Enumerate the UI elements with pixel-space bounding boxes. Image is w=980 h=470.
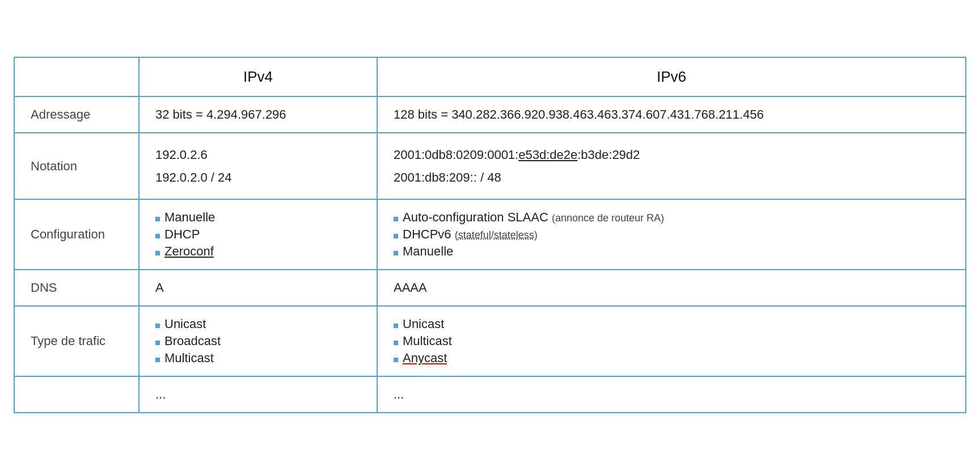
list-item: Unicast [155, 317, 361, 331]
notation-ipv4-line1: 192.0.2.6 [155, 144, 361, 166]
notation-ipv4: 192.0.2.6 192.0.2.0 / 24 [139, 133, 377, 199]
notation-ipv6-suffix: :b3de:29d2 [577, 148, 640, 162]
notation-row: Notation 192.0.2.6 192.0.2.0 / 24 2001:0… [14, 133, 966, 199]
list-item: Unicast [394, 317, 949, 331]
extra-ipv6: ... [377, 376, 966, 413]
dns-label: DNS [14, 270, 139, 306]
notation-ipv4-line2: 192.0.2.0 / 24 [155, 166, 361, 189]
type-de-trafic-row: Type de trafic Unicast Broadcast [14, 306, 966, 376]
list-item: Manuelle [394, 244, 949, 259]
header-ipv6-col: IPv6 [377, 57, 966, 96]
config-ipv6-item2-annotation: (stateful/stateless) [455, 229, 538, 241]
list-item: Multicast [394, 334, 949, 349]
notation-label: Notation [14, 133, 139, 199]
list-item: Multicast [155, 351, 361, 366]
bullet-icon [155, 234, 160, 238]
bullet-icon [394, 251, 398, 255]
bullet-icon [155, 341, 160, 345]
config-ipv6-item1-annotation: (annonce de routeur RA) [552, 212, 664, 224]
bullet-icon [155, 324, 160, 328]
bullet-icon [394, 324, 398, 328]
list-item: DHCPv6 (stateful/stateless) [394, 227, 949, 242]
config-ipv4-item2: DHCP [164, 227, 200, 242]
bullet-icon [155, 358, 160, 362]
dns-row: DNS A AAAA [14, 270, 966, 306]
extra-label [14, 376, 139, 413]
configuration-row: Configuration Manuelle DHCP [14, 199, 966, 270]
list-item: DHCP [155, 227, 361, 242]
notation-ipv6-line2: 2001:db8:209:: / 48 [394, 166, 949, 189]
notation-ipv6-line1: 2001:0db8:0209:0001:e53d:de2e:b3de:29d2 [394, 144, 949, 166]
dns-ipv4: A [139, 270, 377, 306]
trafic-ipv4-item1: Unicast [164, 317, 206, 331]
type-de-trafic-ipv4-list: Unicast Broadcast Multicast [155, 317, 361, 366]
configuration-label: Configuration [14, 199, 139, 270]
extra-row: ... ... [14, 376, 966, 413]
config-ipv4-item3: Zeroconf [164, 244, 214, 259]
configuration-ipv4-list: Manuelle DHCP Zeroconf [155, 210, 361, 259]
trafic-ipv6-item1: Unicast [403, 317, 444, 331]
trafic-ipv4-item3: Multicast [164, 351, 214, 366]
list-item: Broadcast [155, 334, 361, 349]
comparison-table-wrapper: IPv4 IPv6 Adressage 32 bits = 4.294.967.… [14, 57, 966, 413]
config-ipv6-item1: Auto-configuration SLAAC (annonce de rou… [403, 210, 664, 225]
type-de-trafic-ipv6-list: Unicast Multicast Anycast [394, 317, 949, 366]
bullet-icon [394, 341, 398, 345]
type-de-trafic-ipv4: Unicast Broadcast Multicast [139, 306, 377, 376]
notation-ipv6-underline: e53d:de2e [518, 148, 577, 162]
list-item: Auto-configuration SLAAC (annonce de rou… [394, 210, 949, 225]
ipv4-ipv6-comparison-table: IPv4 IPv6 Adressage 32 bits = 4.294.967.… [14, 57, 966, 413]
list-item: Anycast [394, 351, 949, 366]
config-ipv4-item1: Manuelle [164, 210, 215, 225]
bullet-icon [155, 251, 160, 255]
configuration-ipv6-list: Auto-configuration SLAAC (annonce de rou… [394, 210, 949, 259]
trafic-ipv4-item2: Broadcast [164, 334, 221, 349]
type-de-trafic-ipv6: Unicast Multicast Anycast [377, 306, 966, 376]
bullet-icon [394, 234, 398, 238]
adressage-ipv6: 128 bits = 340.282.366.920.938.463.463.3… [377, 96, 966, 133]
config-ipv6-item2: DHCPv6 (stateful/stateless) [403, 227, 538, 242]
adressage-label: Adressage [14, 96, 139, 133]
bullet-icon [394, 358, 398, 362]
extra-ipv4: ... [139, 376, 377, 413]
header-label-col [14, 57, 139, 96]
trafic-ipv6-item2: Multicast [403, 334, 452, 349]
dns-ipv6: AAAA [377, 270, 966, 306]
configuration-ipv4: Manuelle DHCP Zeroconf [139, 199, 377, 270]
configuration-ipv6: Auto-configuration SLAAC (annonce de rou… [377, 199, 966, 270]
adressage-ipv4: 32 bits = 4.294.967.296 [139, 96, 377, 133]
notation-ipv6: 2001:0db8:0209:0001:e53d:de2e:b3de:29d2 … [377, 133, 966, 199]
adressage-row: Adressage 32 bits = 4.294.967.296 128 bi… [14, 96, 966, 133]
notation-ipv6-prefix: 2001:0db8:0209:0001: [394, 148, 518, 162]
type-de-trafic-label: Type de trafic [14, 306, 139, 376]
trafic-ipv6-item3: Anycast [403, 351, 447, 366]
header-ipv4-col: IPv4 [139, 57, 377, 96]
config-ipv6-item3: Manuelle [403, 244, 453, 259]
bullet-icon [155, 217, 160, 221]
bullet-icon [394, 217, 398, 221]
list-item: Manuelle [155, 210, 361, 225]
list-item: Zeroconf [155, 244, 361, 259]
